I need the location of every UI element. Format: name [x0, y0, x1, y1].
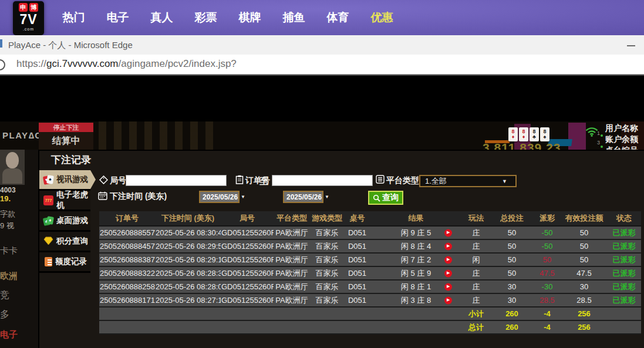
table-row: 2505260888322322025-05-26 08:28:37 GD051… — [99, 266, 641, 280]
screen: 申 博 7V .com 热门 电子 真人 彩票 棋牌 捕鱼 体育 优惠 Play… — [0, 0, 644, 348]
banner-magenta-decor — [568, 123, 586, 151]
green-cards-icon: ♣♦ — [43, 216, 53, 226]
calendar-icon — [98, 191, 107, 200]
menu-item-table-games[interactable]: ♣♦ 桌面游戏 — [39, 211, 90, 230]
banner-cards: 8♦ 8♦ 8♣ 8♠ — [508, 127, 549, 141]
betting-records-panel: 下注记录 ♥♠ 视讯游戏 777 电子老虎机 ♣♦ 桌面游戏 积分查询 — [38, 150, 644, 348]
nav-item-promo[interactable]: 优惠 — [360, 0, 404, 35]
nav-item-live[interactable]: 真人 — [140, 0, 184, 35]
nav-item-lottery[interactable]: 彩票 — [184, 0, 228, 35]
platform-type-select[interactable]: 1.全部 — [419, 175, 517, 187]
date-to-value: 2025/05/26 — [286, 193, 322, 201]
site-logo[interactable]: 申 博 7V .com — [13, 1, 44, 35]
url-text[interactable]: https://gci.7vvvvvv.com/agingame/pcv2/in… — [16, 58, 237, 70]
window-title: PlayAce - 个人 - Microsoft Edge — [8, 40, 133, 51]
menu-label: 视讯游戏 — [56, 174, 88, 185]
background-left-strip: 4003 19. 字款 9 视 卡卡 欧洲 竞 多 电子 — [0, 150, 38, 348]
nav-item-slots[interactable]: 电子 — [96, 0, 140, 35]
tag-icon — [99, 175, 108, 184]
search-button-label: 查询 — [382, 192, 399, 203]
nav-menu: 热门 电子 真人 彩票 棋牌 捕鱼 体育 优惠 — [52, 0, 404, 35]
round-number-label: 局号 — [110, 175, 126, 186]
nav-item-boardgames[interactable]: 棋牌 — [228, 0, 272, 35]
search-button[interactable]: 查询 — [368, 191, 403, 205]
gem-icon — [43, 236, 53, 246]
bg-fragment: 19. — [0, 194, 11, 203]
play-video-button[interactable] — [444, 296, 452, 304]
settling-badge: 结算中 — [39, 132, 93, 150]
play-video-button[interactable] — [444, 283, 452, 290]
slot-777-icon: 777 — [43, 195, 53, 205]
nav-item-hot[interactable]: 热门 — [52, 0, 96, 35]
black-zone — [0, 76, 644, 121]
menu-item-slot-machine[interactable]: 777 电子老虎机 — [39, 191, 90, 210]
order-number-input[interactable] — [272, 175, 373, 186]
menu-label: 电子老虎机 — [56, 190, 90, 211]
list-icon — [376, 175, 385, 184]
site-navbar: 申 博 7V .com 热门 电子 真人 彩票 棋牌 捕鱼 体育 优惠 — [0, 0, 644, 35]
bg-fragment: 4003 — [0, 186, 16, 194]
search-icon — [373, 194, 380, 202]
minimize-button[interactable] — [625, 41, 637, 49]
playing-card: 8♦ — [508, 127, 518, 141]
date-from-value: 2025/05/26 — [203, 193, 238, 201]
account-info-lines: 用户名称 账户余额 桌台编号 — [605, 123, 638, 151]
menu-label: 积分查询 — [56, 236, 88, 246]
bg-fragment: 9 视 — [0, 221, 14, 231]
play-video-button[interactable] — [444, 242, 452, 250]
menu-item-video-games[interactable]: ♥♠ 视讯游戏 — [39, 170, 90, 189]
playing-card: 8♣ — [530, 127, 539, 141]
date-to-select[interactable]: 2025/05/26 — [283, 191, 323, 203]
platform-type-label: 平台类型 — [386, 175, 419, 186]
menu-label: 桌面游戏 — [56, 215, 88, 226]
bg-fragment: 卡卡 — [0, 245, 18, 256]
panel-menu: ♥♠ 视讯游戏 777 电子老虎机 ♣♦ 桌面游戏 积分查询 额度记录 — [39, 170, 90, 273]
avatar — [0, 150, 25, 185]
green-dot — [601, 146, 603, 148]
browser-titlebar: PlayAce - 个人 - Microsoft Edge — [0, 35, 644, 55]
panel-title: 下注记录 — [51, 153, 91, 167]
date-from-select[interactable]: 2025/05/26 — [199, 191, 240, 203]
bg-fragment: 欧洲 — [0, 271, 18, 282]
stop-betting-badge: 停止下注 — [39, 123, 93, 132]
browser-urlbar[interactable]: https://gci.7vvvvvv.com/agingame/pcv2/in… — [0, 55, 644, 75]
green-dot — [601, 134, 603, 137]
reload-icon[interactable] — [0, 59, 5, 70]
nav-item-fishing[interactable]: 捕鱼 — [272, 0, 316, 35]
table-row: 2505260888457952025-05-26 08:29:53 GD051… — [99, 239, 641, 253]
document-icon — [45, 257, 52, 266]
records-table: 订单号下注时间 (美东) 局号平台类型 游戏类型桌号 结果玩法 总投注派彩 有效… — [99, 211, 641, 335]
logo-badge-right: 博 — [29, 3, 38, 12]
table-row: 2505260888171792025-05-26 08:27:18 GD051… — [99, 293, 641, 307]
play-video-button[interactable] — [444, 269, 452, 277]
table-row: 2505260888258942025-05-26 08:28:01 GD051… — [99, 280, 641, 293]
favicon-fragment-icon — [0, 39, 2, 48]
table-row: 2505260888387122025-05-26 08:29:13 GD051… — [99, 253, 641, 266]
logo-badge-left: 申 — [19, 3, 28, 12]
subtotal-row: 小计 260 -4 256 — [99, 307, 641, 320]
platform-type-value: 1.全部 — [425, 176, 447, 187]
logo-main-text: 7V — [13, 12, 44, 27]
table-row: 2505260888557922025-05-26 08:30:45 GD051… — [99, 226, 641, 239]
play-video-button[interactable] — [444, 229, 452, 236]
logo-sub-text: .com — [13, 27, 44, 31]
bg-fragment: 多 — [0, 309, 9, 321]
menu-label: 额度记录 — [55, 256, 87, 267]
cards-icon: ♥♠ — [43, 175, 53, 185]
nav-item-sports[interactable]: 体育 — [316, 0, 360, 35]
play-video-button[interactable] — [444, 256, 452, 263]
to-label: 至 — [259, 176, 268, 187]
bet-time-label: 下注时间 (美东) — [110, 191, 167, 202]
casino-banner: PLAY∆CE 停止下注 结算中 8♦ 8♦ 8♣ 8♠ 3,811,839.2… — [0, 121, 644, 151]
total-row: 总计 260 -4 256 — [99, 320, 641, 334]
bg-fragment: 竞 — [0, 289, 9, 302]
playing-card: 8♠ — [540, 127, 549, 141]
menu-item-points-query[interactable]: 积分查询 — [39, 232, 90, 251]
clipboard-icon — [235, 175, 244, 184]
bg-fragment: 字款 — [0, 209, 15, 219]
round-number-input[interactable] — [126, 175, 227, 186]
mini-digit: 3 — [597, 140, 600, 146]
menu-item-quota-records[interactable]: 额度记录 — [39, 252, 90, 271]
table-header-row: 订单号下注时间 (美东) 局号平台类型 游戏类型桌号 结果玩法 总投注派彩 有效… — [99, 211, 641, 226]
slot-stripes-decor — [99, 121, 213, 151]
